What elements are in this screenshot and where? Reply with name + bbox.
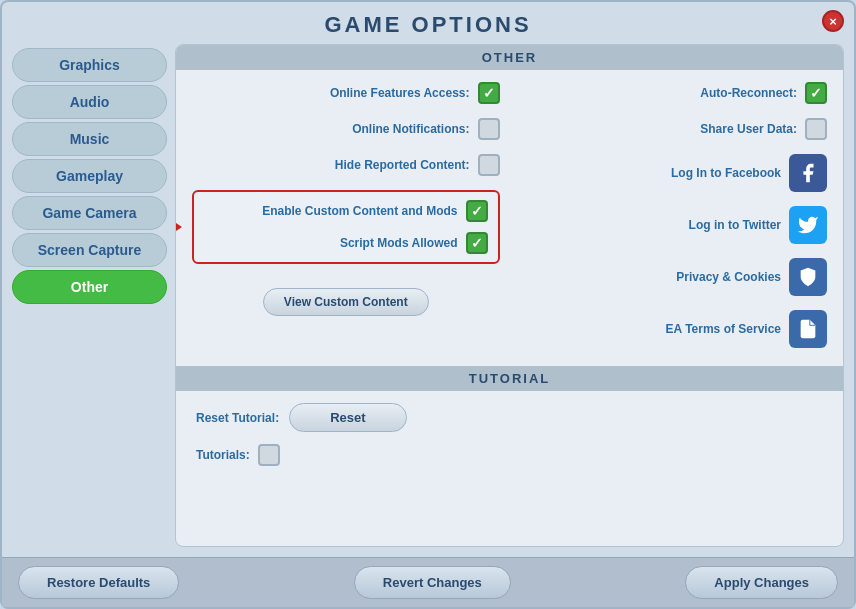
sidebar-item-other[interactable]: Other	[12, 270, 167, 304]
content-inner: Other Online Features Access: Online Not…	[176, 45, 843, 546]
script-mods-label: Script Mods Allowed	[340, 236, 458, 250]
twitter-row: Log in to Twitter	[520, 206, 828, 244]
privacy-cookies-row: Privacy & Cookies	[520, 258, 828, 296]
facebook-label: Log In to Facebook	[671, 166, 781, 180]
reset-tutorial-button[interactable]: Reset	[289, 403, 406, 432]
svg-marker-0	[176, 210, 182, 245]
facebook-button[interactable]	[789, 154, 827, 192]
content-panel: Other Online Features Access: Online Not…	[175, 44, 844, 547]
share-user-data-label: Share User Data:	[700, 122, 797, 136]
hide-reported-row: Hide Reported Content:	[192, 154, 500, 176]
other-section-header: Other	[176, 45, 843, 70]
other-section-body: Online Features Access: Online Notificat…	[176, 70, 843, 360]
share-user-data-checkbox[interactable]	[805, 118, 827, 140]
auto-reconnect-label: Auto-Reconnect:	[700, 86, 797, 100]
twitter-button[interactable]	[789, 206, 827, 244]
sidebar-item-audio[interactable]: Audio	[12, 85, 167, 119]
sidebar-item-screen-capture[interactable]: Screen Capture	[12, 233, 167, 267]
privacy-cookies-label: Privacy & Cookies	[676, 270, 781, 284]
online-features-label: Online Features Access:	[330, 86, 470, 100]
view-custom-row: View Custom Content	[192, 284, 500, 316]
mods-highlight-box: Enable Custom Content and Mods Script Mo…	[192, 190, 500, 264]
reset-tutorial-label: Reset Tutorial:	[196, 411, 279, 425]
sidebar: Graphics Audio Music Gameplay Game Camer…	[12, 44, 167, 547]
online-notifications-label: Online Notifications:	[352, 122, 469, 136]
reset-tutorial-row: Reset Tutorial: Reset	[176, 391, 843, 444]
hide-reported-checkbox[interactable]	[478, 154, 500, 176]
sidebar-item-graphics[interactable]: Graphics	[12, 48, 167, 82]
ea-terms-label: EA Terms of Service	[666, 322, 781, 336]
ea-terms-row: EA Terms of Service	[520, 310, 828, 348]
facebook-row: Log In to Facebook	[520, 154, 828, 192]
online-features-checkbox[interactable]	[478, 82, 500, 104]
window-title: Game Options	[2, 12, 854, 38]
apply-changes-button[interactable]: Apply Changes	[685, 566, 838, 599]
hide-reported-label: Hide Reported Content:	[335, 158, 470, 172]
bottom-bar: Restore Defaults Revert Changes Apply Ch…	[2, 557, 854, 607]
tutorial-section: Tutorial Reset Tutorial: Reset Tutorials…	[176, 366, 843, 466]
shield-icon	[797, 266, 819, 288]
facebook-icon	[797, 162, 819, 184]
auto-reconnect-row: Auto-Reconnect:	[520, 82, 828, 104]
online-features-row: Online Features Access:	[192, 82, 500, 104]
game-options-window: Game Options × Graphics Audio Music Game…	[0, 0, 856, 609]
enable-custom-label: Enable Custom Content and Mods	[262, 204, 457, 218]
sidebar-item-gameplay[interactable]: Gameplay	[12, 159, 167, 193]
document-icon	[797, 318, 819, 340]
red-arrow-icon	[176, 207, 182, 247]
auto-reconnect-checkbox[interactable]	[805, 82, 827, 104]
revert-changes-button[interactable]: Revert Changes	[354, 566, 511, 599]
tutorial-section-header: Tutorial	[176, 366, 843, 391]
tutorials-checkbox[interactable]	[258, 444, 280, 466]
tutorials-label: Tutorials:	[196, 448, 250, 462]
online-notifications-row: Online Notifications:	[192, 118, 500, 140]
twitter-icon	[797, 214, 819, 236]
script-mods-row: Script Mods Allowed	[204, 232, 488, 254]
tutorials-row: Tutorials:	[176, 444, 843, 466]
left-column: Online Features Access: Online Notificat…	[192, 82, 500, 348]
right-column: Auto-Reconnect: Share User Data: Log In …	[520, 82, 828, 348]
title-bar: Game Options ×	[2, 2, 854, 44]
close-button[interactable]: ×	[822, 10, 844, 32]
enable-custom-row: Enable Custom Content and Mods	[204, 200, 488, 222]
view-custom-button[interactable]: View Custom Content	[263, 288, 429, 316]
main-content: Graphics Audio Music Gameplay Game Camer…	[2, 44, 854, 557]
privacy-cookies-button[interactable]	[789, 258, 827, 296]
twitter-label: Log in to Twitter	[689, 218, 781, 232]
sidebar-item-game-camera[interactable]: Game Camera	[12, 196, 167, 230]
online-notifications-checkbox[interactable]	[478, 118, 500, 140]
script-mods-checkbox[interactable]	[466, 232, 488, 254]
enable-custom-checkbox[interactable]	[466, 200, 488, 222]
restore-defaults-button[interactable]: Restore Defaults	[18, 566, 179, 599]
share-user-data-row: Share User Data:	[520, 118, 828, 140]
mods-container: Enable Custom Content and Mods Script Mo…	[192, 190, 500, 264]
sidebar-item-music[interactable]: Music	[12, 122, 167, 156]
ea-terms-button[interactable]	[789, 310, 827, 348]
